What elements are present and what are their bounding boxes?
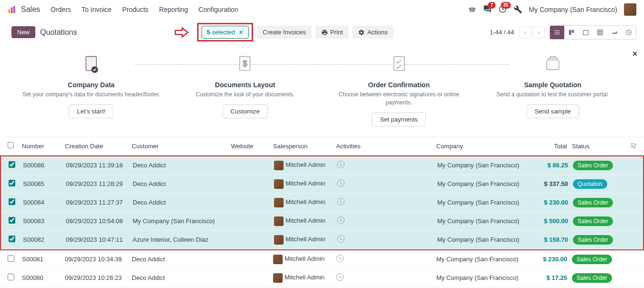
settings-icon[interactable] — [514, 5, 522, 14]
header-website[interactable]: Website — [231, 143, 273, 150]
cell-status: Quotation — [568, 179, 616, 189]
row-checkbox[interactable] — [9, 198, 15, 205]
view-kanban-button[interactable] — [564, 26, 579, 39]
cell-status: Sales Order — [568, 235, 616, 245]
annotation-arrow-icon — [173, 25, 190, 40]
row-checkbox[interactable] — [8, 255, 14, 262]
salesperson-avatar — [273, 273, 283, 283]
view-activity-button[interactable] — [622, 26, 636, 39]
create-invoices-button[interactable]: Create Invoices — [257, 26, 311, 39]
new-button[interactable]: New — [11, 26, 35, 38]
cell-status: Sales Order — [568, 198, 616, 207]
header-salesperson[interactable]: Salesperson — [273, 143, 336, 150]
row-checkbox[interactable] — [9, 217, 15, 224]
app-name[interactable]: Sales — [21, 5, 40, 14]
menu-orders[interactable]: Orders — [51, 6, 71, 13]
cell-salesperson: Mitchell Admin — [274, 179, 337, 189]
view-graph-button[interactable] — [607, 26, 622, 39]
view-calendar-button[interactable] — [579, 26, 593, 39]
salesperson-avatar — [274, 198, 284, 207]
table-row[interactable]: S00084 09/29/2023 11:27:37 Deco Addict M… — [1, 194, 643, 212]
view-list-button[interactable] — [550, 26, 564, 39]
menu-products[interactable]: Products — [122, 6, 148, 13]
table-row[interactable]: S00080 09/29/2023 10:26:23 Deco Addict M… — [0, 269, 644, 288]
header-number[interactable]: Number — [22, 143, 65, 150]
order-number-link[interactable]: S00083 — [23, 217, 44, 225]
row-checkbox[interactable] — [9, 236, 15, 242]
step-button-send-sample[interactable]: Send sample — [527, 104, 579, 118]
clock-icon — [336, 273, 344, 281]
step-button-customize[interactable]: Customize — [222, 104, 268, 118]
table-row[interactable]: S00082 09/29/2023 10:47:11 Azure Interio… — [1, 231, 643, 249]
company-selector[interactable]: My Company (San Francisco) — [529, 6, 617, 13]
selected-count: 5 — [207, 29, 210, 36]
pager-next-button[interactable]: › — [532, 26, 545, 39]
cell-activities[interactable] — [337, 216, 437, 226]
order-number-link[interactable]: S00082 — [23, 236, 44, 243]
cell-activities[interactable] — [337, 198, 437, 207]
select-all-checkbox[interactable] — [8, 142, 14, 148]
table-row[interactable]: S00083 09/29/2023 10:54:08 My Company (S… — [1, 212, 643, 231]
control-panel: New Quotations 5 selected ✕ Create Invoi… — [0, 19, 644, 45]
cell-salesperson: Mitchell Admin — [274, 198, 337, 207]
cell-salesperson: Mitchell Admin — [274, 235, 337, 245]
header-customer[interactable]: Customer — [132, 143, 231, 150]
step-button-lets-start[interactable]: Let's start! — [69, 104, 114, 118]
row-checkbox[interactable] — [8, 274, 14, 280]
onboarding-close-button[interactable]: × — [632, 49, 637, 59]
selected-count-chip[interactable]: 5 selected ✕ — [201, 26, 249, 39]
order-number-link[interactable]: S00080 — [22, 274, 43, 281]
status-badge: Quotation — [573, 179, 607, 189]
messages-icon[interactable]: 7 — [483, 5, 492, 15]
cell-customer: My Company (San Francisco) — [133, 217, 232, 225]
print-button[interactable]: Print — [316, 26, 349, 39]
clock-icon — [337, 235, 345, 243]
order-number-link[interactable]: S00086 — [23, 162, 44, 169]
menu-to-invoice[interactable]: To Invoice — [82, 6, 112, 13]
clock-icon — [337, 179, 345, 187]
menu-configuration[interactable]: Configuration — [199, 6, 238, 13]
cell-activities[interactable] — [336, 255, 436, 264]
user-avatar[interactable] — [624, 3, 636, 16]
activities-icon[interactable]: 35 — [498, 5, 507, 15]
header-total[interactable]: Total — [532, 143, 567, 150]
table-row[interactable]: S00086 09/29/2023 11:39:18 Deco Addict M… — [1, 156, 643, 175]
cell-salesperson: Mitchell Admin — [274, 161, 337, 170]
cell-activities[interactable] — [337, 235, 437, 244]
header-creation-date[interactable]: Creation Date — [65, 143, 132, 150]
pager-prev-button[interactable]: ‹ — [519, 26, 531, 39]
step-title: Documents Layout — [173, 81, 317, 89]
menu-reporting[interactable]: Reporting — [159, 6, 188, 13]
status-badge: Sales Order — [573, 235, 613, 245]
cell-customer: Deco Addict — [133, 162, 232, 169]
cell-activities[interactable] — [337, 161, 437, 170]
order-number-link[interactable]: S00081 — [22, 256, 43, 263]
header-activities[interactable]: Activities — [336, 143, 436, 150]
header-company[interactable]: Company — [436, 143, 532, 150]
clock-icon — [337, 216, 345, 224]
order-number-link[interactable]: S00085 — [23, 180, 44, 187]
cell-activities[interactable] — [336, 273, 436, 282]
cell-company: My Company (San Francisco) — [436, 256, 532, 263]
header-options-icon[interactable] — [622, 142, 636, 150]
actions-button[interactable]: Actions — [352, 26, 393, 39]
top-nav: Sales Orders To Invoice Products Reporti… — [0, 0, 644, 19]
table-row[interactable]: S00085 09/29/2023 11:28:29 Deco Addict M… — [1, 175, 643, 194]
cell-salesperson: Mitchell Admin — [273, 255, 336, 264]
order-number-link[interactable]: S00084 — [23, 199, 44, 206]
status-badge: Sales Order — [573, 198, 613, 207]
header-status[interactable]: Status — [567, 143, 615, 150]
row-checkbox[interactable] — [9, 161, 15, 168]
phone-icon[interactable] — [468, 5, 476, 14]
view-switcher — [549, 25, 636, 40]
cell-activities[interactable] — [337, 179, 437, 188]
pager-text[interactable]: 1-44 / 44 — [490, 29, 514, 36]
cell-company: My Company (San Francisco) — [437, 199, 533, 206]
table-row[interactable]: S00081 09/29/2023 10:34:39 Deco Addict M… — [0, 250, 644, 269]
view-pivot-button[interactable] — [593, 26, 607, 39]
clear-selection-icon[interactable]: ✕ — [239, 29, 243, 36]
main-menu: Orders To Invoice Products Reporting Con… — [51, 6, 238, 13]
step-button-set-payments[interactable]: Set payments — [372, 113, 426, 126]
svg-rect-3 — [469, 8, 475, 10]
row-checkbox[interactable] — [9, 180, 15, 186]
